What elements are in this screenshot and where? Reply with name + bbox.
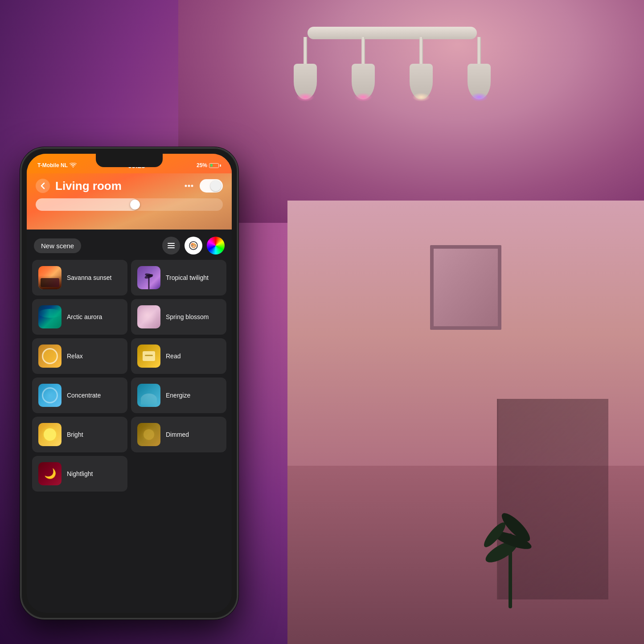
ceiling-light-fixture (276, 27, 508, 99)
notch (96, 154, 163, 167)
scene-item-spring-blossom[interactable]: Spring blossom (131, 299, 226, 335)
scene-thumb-concentrate (38, 384, 62, 407)
arm-stem (419, 37, 423, 64)
scene-label-energize: Energize (166, 392, 190, 399)
scene-label-nightlight: Nightlight (67, 470, 93, 477)
new-scene-button[interactable]: New scene (34, 238, 81, 253)
scene-thumb-energize (137, 384, 160, 407)
battery-body (209, 163, 219, 168)
fixture-arm-3 (410, 37, 433, 99)
palette-view-button[interactable]: 🎨 (185, 237, 202, 254)
phone-shell: T-Mobile NL 09:23 25% (20, 147, 238, 619)
status-left: T-Mobile NL (37, 162, 77, 168)
battery-percent: 25% (197, 162, 207, 168)
scene-thumb-relax (38, 345, 62, 368)
hue-wheel-button[interactable] (207, 237, 225, 254)
arm-stem (361, 37, 365, 64)
arm-head (468, 64, 491, 99)
app-content: New scene 🎨 (27, 230, 232, 613)
scene-item-dimmed[interactable]: Dimmed (131, 417, 226, 452)
vol-up-button (20, 220, 21, 240)
list-icon (168, 243, 175, 248)
moon-icon: 🌙 (44, 468, 56, 480)
arm-glow (354, 93, 372, 102)
scene-thumb-read (137, 345, 160, 368)
power-toggle[interactable] (200, 179, 223, 193)
scene-label-savanna: Savanna sunset (67, 274, 111, 281)
scene-item-savanna-sunset[interactable]: Savanna sunset (32, 260, 127, 295)
scene-item-read[interactable]: Read (131, 338, 226, 374)
scene-label-arctic: Arctic aurora (67, 313, 102, 320)
picture-frame (430, 245, 501, 330)
scene-item-tropical-twilight[interactable]: Tropical twilight (131, 260, 226, 295)
fixture-arm-4 (468, 37, 491, 99)
battery-tip (220, 164, 221, 167)
svg-point-0 (185, 185, 187, 187)
back-button[interactable] (36, 179, 50, 193)
more-icon (185, 185, 193, 187)
toggle-knob (210, 180, 221, 191)
header-content: Living room (27, 173, 232, 211)
scene-item-nightlight[interactable]: 🌙 Nightlight (32, 456, 127, 492)
arm-glow (296, 93, 314, 102)
svg-text:🎨: 🎨 (190, 242, 197, 249)
vol-down-button (20, 246, 21, 267)
scene-item-relax[interactable]: Relax (32, 338, 127, 374)
scene-thumb-arctic (38, 305, 62, 328)
arm-head (410, 64, 433, 99)
arm-head (294, 64, 317, 99)
scene-thumb-bright (38, 423, 62, 446)
scene-thumb-dimmed (137, 423, 160, 446)
more-button[interactable] (182, 179, 196, 193)
svg-point-1 (188, 185, 190, 187)
back-icon (41, 182, 45, 189)
scene-item-energize[interactable]: Energize (131, 377, 226, 413)
arm-head (352, 64, 375, 99)
wifi-icon (70, 163, 77, 168)
room-title: Living room (55, 179, 182, 193)
scene-item-bright[interactable]: Bright (32, 417, 127, 452)
sun-icon (44, 428, 56, 441)
scene-grid: Savanna sunset Tropical twilight (27, 260, 232, 492)
scene-label-concentrate: Concentrate (67, 392, 101, 399)
scene-label-read: Read (166, 353, 180, 360)
svg-point-2 (191, 185, 193, 187)
slider-fill (36, 198, 139, 211)
fixture-arm-2 (352, 37, 375, 99)
scene-item-arctic-aurora[interactable]: Arctic aurora (32, 299, 127, 335)
palette-icon: 🎨 (189, 241, 198, 250)
phone: T-Mobile NL 09:23 25% (20, 147, 238, 619)
toolbar: New scene 🎨 (27, 230, 232, 260)
power-button (238, 238, 238, 269)
scene-label-tropical: Tropical twilight (166, 274, 209, 281)
list-line-2 (168, 245, 175, 246)
arm-stem (304, 37, 307, 64)
scene-label-bright: Bright (67, 431, 83, 438)
phone-screen: T-Mobile NL 09:23 25% (27, 154, 232, 613)
arm-glow (412, 93, 430, 102)
brightness-slider[interactable] (36, 198, 223, 211)
list-view-button[interactable] (162, 237, 180, 254)
arm-glow (470, 93, 488, 102)
scene-label-spring: Spring blossom (166, 313, 209, 320)
header-row: Living room (36, 179, 223, 193)
slider-knob (130, 200, 140, 209)
fixture-arm-1 (294, 37, 317, 99)
scene-thumb-tropical (137, 266, 160, 289)
carrier-label: T-Mobile NL (37, 162, 68, 168)
status-right: 25% (197, 162, 221, 168)
scene-thumb-savanna (38, 266, 62, 289)
scene-item-concentrate[interactable]: Concentrate (32, 377, 127, 413)
battery-fill (210, 164, 213, 167)
scene-label-relax: Relax (67, 353, 83, 360)
scene-label-dimmed: Dimmed (166, 431, 189, 438)
battery-icon (209, 163, 221, 168)
arm-stem (477, 37, 481, 64)
plant (466, 484, 555, 608)
dim-sun-icon (144, 429, 154, 440)
list-line-1 (168, 243, 175, 244)
scene-thumb-nightlight: 🌙 (38, 462, 62, 485)
scene-thumb-spring (137, 305, 160, 328)
list-line-3 (168, 247, 175, 248)
fixture-arms (276, 37, 508, 99)
